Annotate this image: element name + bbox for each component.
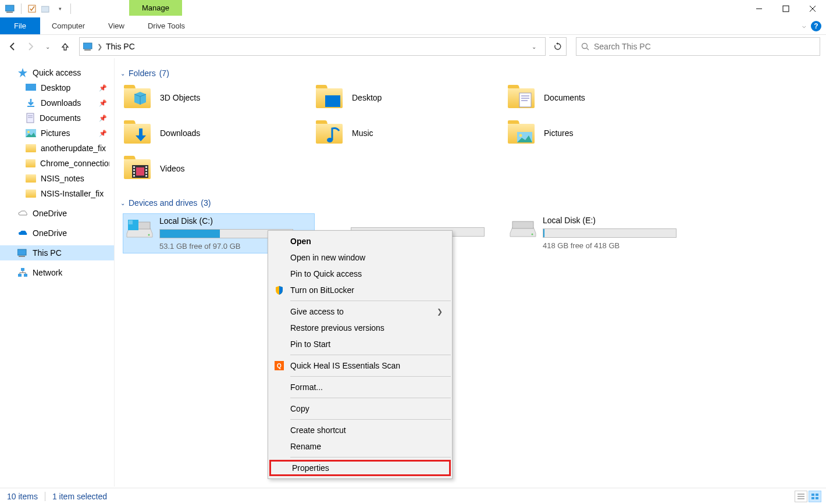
- sidebar-folder[interactable]: anotherupdate_fix: [0, 141, 114, 156]
- context-item-label: Open in new window: [290, 253, 365, 262]
- svg-point-18: [27, 131, 30, 133]
- view-tiles-button[interactable]: [809, 491, 821, 502]
- sidebar-label: Documents: [40, 113, 81, 123]
- manage-tab[interactable]: Manage: [129, 0, 182, 16]
- folder-label: Music: [352, 128, 373, 138]
- file-tab[interactable]: File: [0, 17, 40, 34]
- sidebar-network[interactable]: Network: [0, 265, 114, 280]
- new-folder-icon[interactable]: [40, 3, 52, 15]
- folder-item[interactable]: Desktop: [315, 84, 507, 111]
- content-area: ⌄ Folders (7) 3D ObjectsDesktopDocuments…: [114, 58, 826, 487]
- sidebar-downloads[interactable]: Downloads 📌: [0, 95, 114, 110]
- folder-icon: [315, 84, 344, 111]
- sidebar-pictures[interactable]: Pictures 📌: [0, 126, 114, 141]
- search-bar[interactable]: [576, 37, 820, 56]
- qat-dropdown-icon[interactable]: ▾: [54, 3, 66, 15]
- context-menu-item[interactable]: Rename: [269, 438, 451, 455]
- context-menu-item[interactable]: Properties: [269, 460, 451, 476]
- tab-computer[interactable]: Computer: [40, 17, 97, 34]
- tab-drive-tools[interactable]: Drive Tools: [136, 17, 197, 34]
- svg-rect-36: [124, 124, 151, 144]
- search-input[interactable]: [594, 42, 815, 51]
- context-menu-item[interactable]: Open: [269, 233, 451, 249]
- back-button[interactable]: [6, 40, 20, 53]
- folder-item[interactable]: Documents: [507, 84, 699, 111]
- ribbon-collapse-icon[interactable]: ⌵: [802, 22, 806, 30]
- svg-rect-52: [136, 167, 144, 176]
- titlebar: ▾ Manage This PC: [0, 0, 826, 17]
- properties-icon[interactable]: [26, 3, 38, 15]
- up-button[interactable]: [58, 40, 72, 53]
- sidebar-desktop[interactable]: Desktop 📌: [0, 80, 114, 95]
- folders-group-header[interactable]: ⌄ Folders (7): [115, 66, 826, 84]
- sidebar-quick-access[interactable]: Quick access: [0, 65, 114, 80]
- sidebar-folder[interactable]: NSIS-Installer_fix: [0, 186, 114, 201]
- sidebar-onedrive[interactable]: OneDrive: [0, 206, 114, 221]
- sidebar-documents[interactable]: Documents 📌: [0, 110, 114, 126]
- recent-locations-button[interactable]: ⌄: [41, 40, 55, 53]
- folder-icon: [123, 155, 152, 182]
- folder-item[interactable]: Music: [315, 119, 507, 146]
- breadcrumb-chevron-icon[interactable]: ❯: [97, 43, 102, 51]
- svg-rect-12: [26, 84, 36, 91]
- folder-icon: [123, 119, 152, 146]
- breadcrumb-item[interactable]: This PC: [106, 42, 135, 51]
- sidebar-folder[interactable]: Chrome_connection: [0, 156, 114, 171]
- context-menu-item[interactable]: Open in new window: [269, 249, 451, 266]
- sidebar-onedrive-2[interactable]: OneDrive: [0, 226, 114, 241]
- navbar: ⌄ ❯ This PC ⌄: [0, 35, 826, 58]
- status-selected-count: 1 item selected: [52, 492, 107, 501]
- folder-item[interactable]: Videos: [123, 155, 315, 182]
- context-menu-item[interactable]: Pin to Quick access: [269, 266, 451, 282]
- view-details-button[interactable]: [795, 491, 807, 502]
- context-menu-item[interactable]: Copy: [269, 401, 451, 417]
- svg-rect-44: [133, 166, 135, 168]
- minimize-button[interactable]: [746, 0, 772, 17]
- drive-name: Local Disk (C:): [159, 216, 312, 226]
- context-menu-item[interactable]: QQuick Heal IS Essentials Scan: [269, 358, 451, 374]
- sidebar-label: NSIS-Installer_fix: [41, 189, 104, 198]
- context-menu-item[interactable]: Restore previous versions: [269, 320, 451, 336]
- context-menu-item[interactable]: Create shortcut: [269, 422, 451, 438]
- sidebar-label: This PC: [33, 248, 62, 258]
- forward-button[interactable]: [23, 40, 37, 53]
- svg-rect-49: [145, 169, 147, 171]
- svg-rect-47: [133, 175, 135, 177]
- folder-label: 3D Objects: [160, 93, 200, 102]
- drive-item[interactable]: Local Disk (E:) 418 GB free of 418 GB: [507, 213, 699, 253]
- context-menu-item[interactable]: Pin to Start: [269, 336, 451, 352]
- help-icon[interactable]: ?: [811, 21, 821, 31]
- context-item-label: Turn on BitLocker: [290, 285, 354, 295]
- context-item-label: Restore previous versions: [290, 323, 384, 333]
- svg-rect-66: [811, 494, 814, 496]
- maximize-button[interactable]: [772, 0, 799, 17]
- folder-item[interactable]: Downloads: [123, 119, 315, 146]
- svg-rect-0: [5, 5, 14, 11]
- sidebar-this-pc[interactable]: This PC: [0, 245, 114, 260]
- context-menu-item[interactable]: Turn on BitLocker: [269, 282, 451, 298]
- network-icon: [17, 268, 28, 277]
- context-item-label: Rename: [290, 442, 321, 451]
- svg-rect-48: [145, 166, 147, 168]
- tab-view[interactable]: View: [97, 17, 136, 34]
- context-menu-item[interactable]: Format...: [269, 379, 451, 395]
- folder-item[interactable]: 3D Objects: [123, 84, 315, 111]
- sidebar-label: Downloads: [41, 98, 81, 108]
- svg-rect-68: [811, 497, 814, 499]
- sidebar-folder[interactable]: NSIS_notes: [0, 171, 114, 186]
- close-button[interactable]: [799, 0, 826, 17]
- address-bar[interactable]: ❯ This PC ⌄: [79, 37, 546, 56]
- svg-rect-19: [17, 249, 26, 255]
- download-icon: [26, 98, 36, 108]
- quickheal-icon: Q: [274, 360, 284, 371]
- folder-icon: [315, 119, 344, 146]
- svg-rect-3: [41, 6, 49, 12]
- context-menu-item[interactable]: Give access to❯: [269, 303, 451, 320]
- svg-rect-20: [19, 256, 25, 257]
- refresh-button[interactable]: [549, 37, 567, 56]
- drives-group-header[interactable]: ⌄ Devices and drives (3): [115, 196, 826, 213]
- address-dropdown-icon[interactable]: ⌄: [526, 44, 542, 50]
- folder-icon: [26, 190, 36, 198]
- folder-item[interactable]: Pictures: [507, 119, 699, 146]
- pc-icon: [5, 3, 16, 15]
